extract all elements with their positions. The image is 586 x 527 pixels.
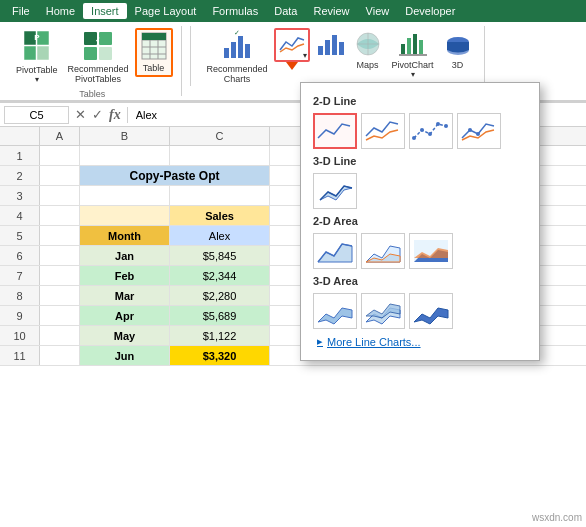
cell-b8[interactable]: Mar (80, 286, 170, 305)
recommended-pivot-icon: ✓ (83, 30, 113, 65)
col-header-c[interactable]: C (170, 127, 270, 145)
table-icon (141, 32, 167, 63)
chart-option-line-2d-4[interactable] (457, 113, 501, 149)
cell-b3[interactable] (80, 186, 170, 205)
chart-row-2d-line (309, 111, 531, 151)
line-chart-button[interactable]: ▾ (274, 28, 310, 62)
menu-item-page layout[interactable]: Page Layout (127, 3, 205, 19)
cell-c9[interactable]: $5,689 (170, 306, 270, 325)
recommended-pivot-button[interactable]: ✓ RecommendedPivotTables (64, 28, 133, 87)
recommended-charts-button[interactable]: ✓ RecommendedCharts (203, 28, 272, 87)
cell-c4[interactable]: Sales (170, 206, 270, 225)
chart-option-area-2d-2[interactable] (361, 233, 405, 269)
cancel-formula-icon[interactable]: ✕ (73, 107, 88, 123)
cell-c1[interactable] (170, 146, 270, 165)
cell-a9[interactable] (40, 306, 80, 325)
recommended-pivot-label: RecommendedPivotTables (68, 65, 129, 85)
3d-button[interactable]: 3D (440, 28, 476, 72)
chart-option-area-3d-1[interactable] (313, 293, 357, 329)
svg-rect-23 (325, 40, 330, 55)
cell-c6[interactable]: $5,845 (170, 246, 270, 265)
cell-b6[interactable]: Jan (80, 246, 170, 265)
svg-text:✓: ✓ (234, 30, 240, 36)
row-header-5[interactable]: 5 (0, 226, 40, 245)
line-chart-dropdown-indicator: ▾ (303, 51, 307, 60)
cell-b1[interactable] (80, 146, 170, 165)
cell-a8[interactable] (40, 286, 80, 305)
3d-label: 3D (452, 60, 464, 70)
row-header-6[interactable]: 6 (0, 246, 40, 265)
cell-a11[interactable] (40, 346, 80, 365)
row-header-2[interactable]: 2 (0, 166, 40, 185)
chart-option-line-2d-3[interactable] (409, 113, 453, 149)
menu-item-home[interactable]: Home (38, 3, 83, 19)
menu-item-review[interactable]: Review (305, 3, 357, 19)
chart-option-line-2d-1[interactable] (313, 113, 357, 149)
col-header-a[interactable]: A (40, 127, 80, 145)
cell-b2[interactable]: Copy-Paste Opt (80, 166, 270, 185)
row-header-9[interactable]: 9 (0, 306, 40, 325)
chart-option-area-2d-3[interactable] (409, 233, 453, 269)
cell-c5[interactable]: Alex (170, 226, 270, 245)
row-header-1[interactable]: 1 (0, 146, 40, 165)
chart-type-dropdown: 2-D Line (300, 82, 540, 361)
cell-c7[interactable]: $2,344 (170, 266, 270, 285)
row-header-3[interactable]: 3 (0, 186, 40, 205)
maps-button[interactable]: Maps (350, 28, 386, 72)
chart-option-area-3d-3[interactable] (409, 293, 453, 329)
svg-point-38 (428, 132, 432, 136)
cell-a3[interactable] (40, 186, 80, 205)
chart-option-line-3d-1[interactable] (313, 173, 357, 209)
chart-row-3d-area (309, 291, 531, 331)
bar-chart-button[interactable] (312, 28, 348, 62)
menu-item-data[interactable]: Data (266, 3, 305, 19)
cell-a10[interactable] (40, 326, 80, 345)
cell-b4[interactable] (80, 206, 170, 225)
table-button[interactable]: Table (135, 28, 173, 77)
cell-c3[interactable] (170, 186, 270, 205)
menu-item-developer[interactable]: Developer (397, 3, 463, 19)
row-header-7[interactable]: 7 (0, 266, 40, 285)
svg-point-42 (476, 132, 480, 136)
col-header-b[interactable]: B (80, 127, 170, 145)
chart-option-area-2d-1[interactable] (313, 233, 357, 269)
cell-reference-input[interactable] (4, 106, 69, 124)
cell-a7[interactable] (40, 266, 80, 285)
svg-rect-2 (24, 46, 36, 60)
cell-a5[interactable] (40, 226, 80, 245)
chart-option-line-2d-2[interactable] (361, 113, 405, 149)
cell-b9[interactable]: Apr (80, 306, 170, 325)
watermark: wsxdn.com (532, 512, 582, 523)
confirm-formula-icon[interactable]: ✓ (90, 107, 105, 123)
cell-b10[interactable]: May (80, 326, 170, 345)
cell-a4[interactable] (40, 206, 80, 225)
cell-b5[interactable]: Month (80, 226, 170, 245)
pivot-chart-button[interactable]: PivotChart ▾ (388, 28, 438, 81)
cell-a1[interactable] (40, 146, 80, 165)
svg-rect-29 (401, 44, 405, 54)
recommended-charts-icon: ✓ (222, 30, 252, 65)
cell-a6[interactable] (40, 246, 80, 265)
cell-b11[interactable]: Jun (80, 346, 170, 365)
menu-item-formulas[interactable]: Formulas (204, 3, 266, 19)
table-label: Table (143, 63, 165, 73)
cell-c10[interactable]: $1,122 (170, 326, 270, 345)
formula-divider (127, 107, 128, 123)
more-line-charts-link[interactable]: ▸ More Line Charts... (309, 331, 531, 352)
menu-item-file[interactable]: File (4, 3, 38, 19)
chart-option-area-3d-2[interactable] (361, 293, 405, 329)
insert-function-icon[interactable]: fx (107, 107, 123, 123)
row-header-11[interactable]: 11 (0, 346, 40, 365)
row-header-4[interactable]: 4 (0, 206, 40, 225)
row-header-8[interactable]: 8 (0, 286, 40, 305)
svg-point-36 (412, 136, 416, 140)
menu-item-view[interactable]: View (358, 3, 398, 19)
cell-b7[interactable]: Feb (80, 266, 170, 285)
menu-item-insert[interactable]: Insert (83, 3, 127, 19)
cell-a2[interactable] (40, 166, 80, 185)
row-header-10[interactable]: 10 (0, 326, 40, 345)
cell-c8[interactable]: $2,280 (170, 286, 270, 305)
pivot-table-button[interactable]: P PivotTable ▾ (12, 28, 62, 86)
cell-c11[interactable]: $3,320 (170, 346, 270, 365)
more-charts-icon: ▸ (317, 335, 323, 348)
